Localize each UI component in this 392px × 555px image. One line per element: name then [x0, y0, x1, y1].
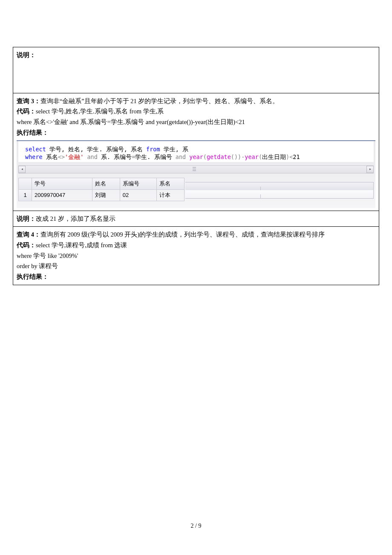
q3-shuoming-text: 改成 21 岁，添加了系名显示: [36, 215, 115, 222]
sql-line-1: select 学号, 姓名, 学生. 系编号, 系名 from 学生, 系: [25, 145, 371, 153]
col-header[interactable]: 系名: [157, 178, 184, 189]
scroll-left-button[interactable]: ◂: [18, 166, 26, 173]
col-header[interactable]: 姓名: [92, 178, 120, 189]
string-literal: '金融': [65, 153, 84, 160]
grid-row-extension: [185, 190, 374, 199]
page-number: 2 / 9: [0, 523, 392, 529]
q4-code-3: order by 课程号: [17, 261, 375, 272]
col-header[interactable]: 学号: [32, 178, 92, 189]
sql-code[interactable]: select 学号, 姓名, 学生. 系编号, 系名 from 学生, 系 wh…: [18, 141, 374, 162]
row-shuoming-empty: 说明：: [13, 47, 379, 93]
q3-code-2: where 系名<>'金融' and 系.系编号=学生.系编号 and year…: [17, 117, 375, 127]
scroll-track[interactable]: [26, 166, 366, 173]
q3-code-1: select 学号,姓名,学生.系编号,系名 from 学生,系: [36, 108, 164, 115]
kw-where: where: [25, 153, 43, 160]
func-getdate: getdate: [207, 153, 231, 160]
q3-desc: 查询非“金融系”且年龄小于等于 21 岁的学生记录，列出学号、姓名、系编号、系名…: [40, 98, 279, 104]
label-zhixing-3: 执行结果：: [17, 127, 375, 138]
label-daima-3: 代码：: [17, 108, 36, 115]
q4-desc: 查询所有 2009 级(学号以 2009 开头)的学生的成绩，列出学号、课程号、…: [40, 231, 325, 238]
result-grid[interactable]: 学号 姓名 系编号 系名 1 2009970047 刘璐 02 计本: [18, 178, 184, 201]
horizontal-scrollbar[interactable]: ◂ ▸: [18, 165, 374, 173]
label-shuoming-2: 说明：: [17, 215, 36, 222]
sql-editor-region: select 学号, 姓名, 学生. 系编号, 系名 from 学生, 系 wh…: [17, 140, 375, 208]
col-header[interactable]: 系编号: [120, 178, 156, 189]
row-query4: 查询 4：查询所有 2009 级(学号以 2009 开头)的学生的成绩，列出学号…: [13, 227, 379, 285]
cell: 计本: [157, 189, 184, 201]
q4-code-1: select 学号,课程号,成绩 from 选课: [36, 242, 127, 249]
label-zhixing-4: 执行结果：: [17, 272, 375, 282]
table-row[interactable]: 1 2009970047 刘璐 02 计本: [19, 189, 184, 201]
scroll-right-button[interactable]: ▸: [366, 166, 374, 173]
cell: 02: [120, 189, 156, 201]
q4-code-2: where 学号 like '2009%': [17, 251, 375, 261]
kw-from: from: [146, 146, 160, 153]
scroll-grip-icon: [193, 167, 196, 171]
kw-select: select: [25, 146, 46, 153]
label-shuoming-1: 说明：: [17, 52, 36, 58]
spacer: [17, 61, 375, 90]
grid-header-extension: [185, 182, 374, 191]
label-daima-4: 代码：: [17, 242, 36, 249]
cell: 刘璐: [92, 189, 120, 201]
grid-corner: [19, 178, 32, 189]
table-header-row: 学号 姓名 系编号 系名: [19, 178, 184, 189]
result-grid-wrap: 学号 姓名 系编号 系名 1 2009970047 刘璐 02 计本: [17, 178, 375, 201]
func-year-1: year: [189, 153, 203, 160]
document-table: 说明： 查询 3：查询非“金融系”且年龄小于等于 21 岁的学生记录，列出学号、…: [13, 47, 379, 285]
row-shuoming-q3: 说明：改成 21 岁，添加了系名显示: [13, 211, 379, 227]
func-year-2: year: [245, 153, 259, 160]
row-query3: 查询 3：查询非“金融系”且年龄小于等于 21 岁的学生记录，列出学号、姓名、系…: [13, 93, 379, 211]
label-chaxun3: 查询 3：: [17, 98, 40, 104]
sql-line-2: where 系名<>'金融' and 系. 系编号=学生. 系编号 and ye…: [25, 153, 371, 161]
row-number: 1: [19, 189, 32, 201]
cell: 2009970047: [32, 189, 92, 201]
label-chaxun4: 查询 4：: [17, 231, 40, 238]
